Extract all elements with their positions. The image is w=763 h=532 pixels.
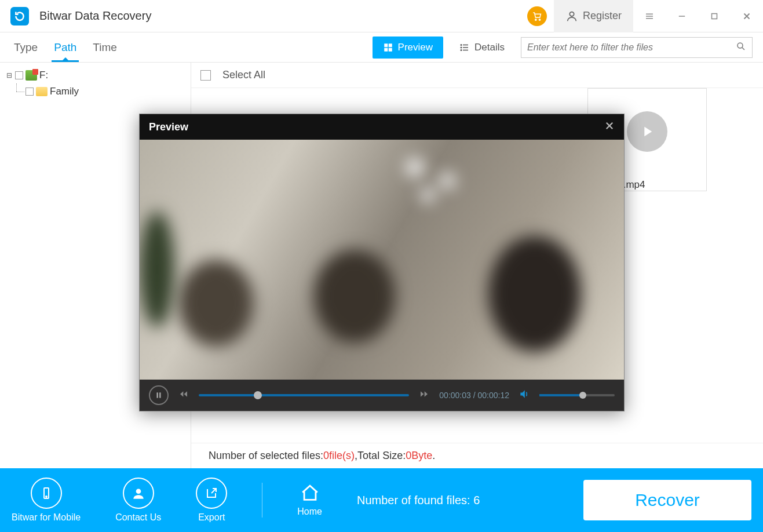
list-icon [459, 42, 470, 53]
tab-time[interactable]: Time [93, 32, 117, 62]
filter-input[interactable] [527, 42, 736, 53]
shop-button[interactable] [527, 6, 547, 26]
view-details-label: Details [474, 42, 505, 53]
footer-contact-button[interactable]: Contact Us [115, 478, 161, 523]
rewind-icon [178, 389, 189, 399]
svg-rect-7 [388, 48, 392, 51]
tree-checkbox[interactable] [25, 88, 34, 96]
tree-folder-label: Family [50, 86, 79, 97]
close-icon [604, 121, 615, 131]
select-all-checkbox[interactable] [200, 70, 211, 81]
forward-button[interactable] [418, 389, 430, 401]
footer: Bitwar for Mobile Contact Us Export Home… [0, 468, 763, 532]
svg-rect-15 [157, 392, 158, 398]
svg-point-0 [535, 19, 536, 20]
time-total: 00:00:12 [478, 391, 510, 400]
volume-bar[interactable] [539, 394, 615, 396]
seek-knob[interactable] [254, 391, 262, 399]
svg-point-8 [461, 44, 462, 45]
register-button[interactable]: Register [554, 0, 633, 32]
window-controls [633, 0, 763, 32]
collapse-icon[interactable]: ⊟ [6, 71, 13, 79]
svg-point-1 [539, 19, 540, 20]
register-label: Register [583, 10, 622, 22]
close-button[interactable] [731, 0, 763, 32]
cart-icon [532, 11, 542, 21]
view-preview-button[interactable]: Preview [373, 37, 443, 59]
footer-home-button[interactable]: Home [297, 483, 322, 517]
select-all-label: Select All [222, 69, 265, 81]
svg-point-11 [738, 43, 743, 48]
status-row: Number of selected files: 0file(s) ,Tota… [191, 443, 763, 468]
preview-header: Preview [140, 114, 624, 140]
grid-icon [383, 42, 393, 53]
rewind-button[interactable] [178, 389, 189, 401]
maximize-button[interactable] [698, 0, 731, 32]
svg-rect-16 [159, 392, 160, 398]
forward-icon [418, 389, 430, 399]
home-icon [300, 483, 320, 503]
minimize-button[interactable] [666, 0, 698, 32]
status-size: 0Byte [406, 450, 432, 462]
phone-icon [39, 486, 53, 500]
preview-controls: 00:00:03 / 00:00:12 [140, 380, 624, 411]
tab-type[interactable]: Type [14, 32, 38, 62]
pause-icon [155, 391, 163, 399]
svg-rect-5 [388, 43, 392, 47]
preview-close-button[interactable] [604, 119, 615, 134]
tabset: Type Path Time [0, 32, 131, 62]
view-details-button[interactable]: Details [449, 37, 515, 59]
preview-modal: Preview 00:00:03 / 00:00:12 [139, 114, 625, 411]
folder-icon [36, 87, 48, 96]
footer-home-label: Home [297, 507, 322, 517]
tree-checkbox[interactable] [15, 71, 23, 79]
status-suffix: . [432, 450, 435, 462]
time-display: 00:00:03 / 00:00:12 [439, 391, 509, 400]
footer-contact-label: Contact Us [115, 512, 161, 523]
status-file-count: 0file(s) [323, 450, 355, 462]
user-icon [565, 10, 578, 23]
svg-point-2 [569, 12, 574, 16]
found-label: Number of found files: [357, 494, 473, 507]
menu-button[interactable] [633, 0, 666, 32]
view-preview-label: Preview [398, 42, 433, 53]
found-files-text: Number of found files: 6 [357, 494, 480, 507]
tree-root[interactable]: ⊟ F: [6, 67, 185, 83]
svg-rect-6 [384, 48, 388, 51]
search-icon[interactable] [736, 41, 746, 54]
play-icon [627, 111, 667, 152]
contact-icon [131, 486, 146, 501]
svg-rect-4 [384, 43, 388, 47]
select-all-row: Select All [191, 63, 763, 88]
seek-bar[interactable] [199, 394, 409, 396]
svg-point-10 [461, 49, 462, 50]
drive-icon [25, 70, 37, 81]
titlebar: Bitwar Data Recovery Register [0, 0, 763, 32]
export-icon [205, 486, 218, 500]
status-size-label: ,Total Size: [355, 450, 406, 462]
tab-path[interactable]: Path [54, 32, 76, 62]
volume-button[interactable] [519, 388, 530, 402]
svg-point-13 [46, 496, 47, 497]
toolbar: Type Path Time Preview Details [0, 32, 763, 63]
app-logo [10, 7, 29, 25]
status-prefix: Number of selected files: [209, 450, 323, 462]
footer-mobile-button[interactable]: Bitwar for Mobile [12, 478, 81, 523]
app-title: Bitwar Data Recovery [39, 9, 151, 23]
time-current: 00:00:03 [439, 391, 471, 400]
preview-video-frame[interactable] [140, 140, 624, 380]
preview-title: Preview [149, 121, 188, 133]
volume-knob[interactable] [579, 392, 586, 399]
volume-icon [519, 388, 530, 400]
footer-mobile-label: Bitwar for Mobile [12, 512, 81, 523]
svg-point-14 [136, 489, 141, 494]
filter-box[interactable] [521, 37, 753, 58]
found-count: 6 [473, 494, 480, 507]
pause-button[interactable] [149, 385, 169, 405]
tree-child[interactable]: Family [6, 83, 185, 100]
recover-button[interactable]: Recover [583, 480, 751, 520]
time-sep: / [471, 391, 478, 400]
tree-drive-label: F: [39, 70, 48, 81]
svg-point-9 [461, 47, 462, 48]
footer-export-button[interactable]: Export [196, 478, 227, 523]
